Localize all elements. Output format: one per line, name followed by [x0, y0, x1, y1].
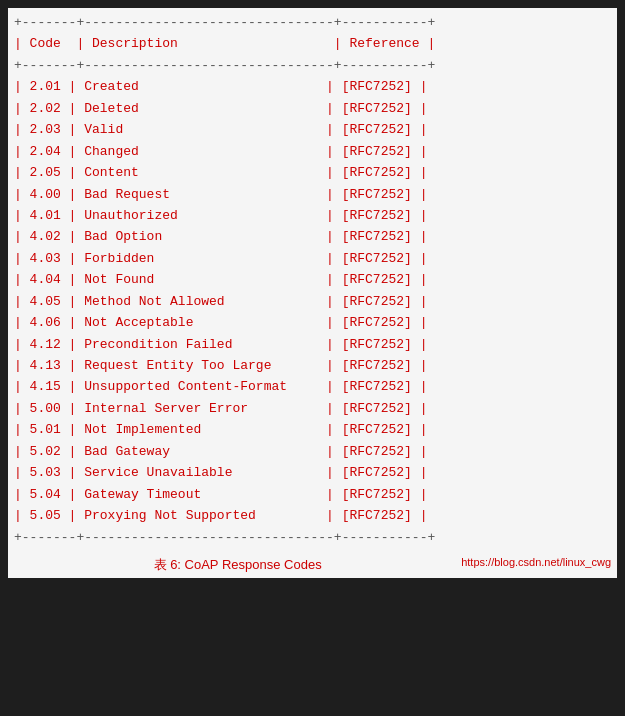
table-header: | Code | Description | Reference | — [14, 33, 611, 54]
table-container: +-------+-------------------------------… — [8, 8, 617, 578]
separator-mid: +-------+-------------------------------… — [14, 55, 611, 76]
table-row: | 4.01 | Unauthorized | [RFC7252] | — [14, 205, 611, 226]
table-row: | 2.03 | Valid | [RFC7252] | — [14, 119, 611, 140]
table-row: | 5.02 | Bad Gateway | [RFC7252] | — [14, 441, 611, 462]
table-row: | 5.05 | Proxying Not Supported | [RFC72… — [14, 505, 611, 526]
table-row: | 5.04 | Gateway Timeout | [RFC7252] | — [14, 484, 611, 505]
table-row: | 4.03 | Forbidden | [RFC7252] | — [14, 248, 611, 269]
table-row: | 2.02 | Deleted | [RFC7252] | — [14, 98, 611, 119]
table-row: | 5.00 | Internal Server Error | [RFC725… — [14, 398, 611, 419]
table-row: | 4.13 | Request Entity Too Large | [RFC… — [14, 355, 611, 376]
table-row: | 4.05 | Method Not Allowed | [RFC7252] … — [14, 291, 611, 312]
separator-bot: +-------+-------------------------------… — [14, 527, 611, 548]
table-row: | 2.01 | Created | [RFC7252] | — [14, 76, 611, 97]
table-caption: 表 6: CoAP Response Codes https://blog.cs… — [14, 556, 611, 574]
table-row: | 4.15 | Unsupported Content-Format | [R… — [14, 376, 611, 397]
separator-top: +-------+-------------------------------… — [14, 12, 611, 33]
table-row: | 4.06 | Not Acceptable | [RFC7252] | — [14, 312, 611, 333]
table-body: | 2.01 | Created | [RFC7252] || 2.02 | D… — [14, 76, 611, 526]
table-row: | 2.05 | Content | [RFC7252] | — [14, 162, 611, 183]
table-row: | 2.04 | Changed | [RFC7252] | — [14, 141, 611, 162]
table-row: | 4.04 | Not Found | [RFC7252] | — [14, 269, 611, 290]
table-row: | 5.01 | Not Implemented | [RFC7252] | — [14, 419, 611, 440]
table-row: | 4.00 | Bad Request | [RFC7252] | — [14, 184, 611, 205]
table-row: | 4.02 | Bad Option | [RFC7252] | — [14, 226, 611, 247]
table-row: | 5.03 | Service Unavailable | [RFC7252]… — [14, 462, 611, 483]
watermark-text: https://blog.csdn.net/linux_cwg — [461, 556, 611, 568]
table-row: | 4.12 | Precondition Failed | [RFC7252]… — [14, 334, 611, 355]
caption-text: 表 6: CoAP Response Codes — [154, 557, 322, 572]
